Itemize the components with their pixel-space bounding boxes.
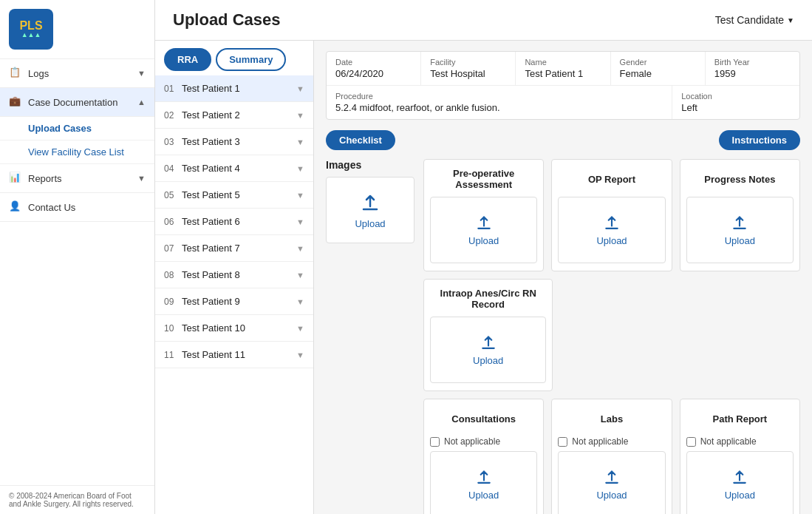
patient-num-3: 03 bbox=[164, 137, 177, 147]
patient-item-1[interactable]: 01 Test Patient 1 ▼ bbox=[155, 75, 313, 102]
sidebar-item-upload-cases[interactable]: Upload Cases bbox=[0, 117, 154, 141]
patient-chevron-7-icon: ▼ bbox=[296, 244, 304, 253]
images-upload-box[interactable]: Upload bbox=[326, 177, 414, 243]
birth-year-label: Birth Year bbox=[714, 58, 791, 67]
checklist-row-2: Intraop Anes/Circ RN Record Upload bbox=[423, 279, 800, 391]
logo-text: PLS bbox=[19, 19, 42, 33]
patient-num-2: 02 bbox=[164, 110, 177, 121]
patient-num-1: 01 bbox=[164, 84, 177, 94]
path-report-title: Path Report bbox=[686, 407, 794, 430]
tab-rra[interactable]: RRA bbox=[164, 48, 211, 71]
case-doc-chevron-icon: ▲ bbox=[137, 98, 146, 106]
patient-name-5: Test Patient 5 bbox=[182, 189, 296, 200]
intraop-upload-area: Upload bbox=[430, 317, 546, 383]
gender-cell: Gender Female bbox=[611, 52, 706, 85]
sidebar: PLS ▲▲▲ 📋 Logs ▼ 💼 Case Documentation ▲ … bbox=[0, 0, 155, 514]
case-doc-icon: 💼 bbox=[9, 95, 22, 109]
op-report-upload-box[interactable]: Upload bbox=[558, 197, 665, 263]
patient-item-5[interactable]: 05 Test Patient 5 ▼ bbox=[155, 182, 313, 209]
name-cell: Name Test Patient 1 bbox=[516, 52, 610, 85]
consultations-cell: Consultations Not applicable bbox=[423, 399, 544, 514]
checklist-header: Checklist Instructions bbox=[326, 130, 800, 150]
case-documentation-label: Case Documentation bbox=[28, 97, 137, 108]
footer-text: © 2008-2024 American Board of Foot and A… bbox=[0, 485, 154, 514]
patient-item-3[interactable]: 03 Test Patient 3 ▼ bbox=[155, 129, 313, 155]
consultations-upload-label: Upload bbox=[468, 490, 499, 501]
checklist-grid: Pre-operative Assessment Upload bbox=[423, 159, 800, 514]
logo: PLS ▲▲▲ bbox=[9, 9, 53, 50]
location-cell: Location Left bbox=[672, 86, 799, 119]
patient-num-7: 07 bbox=[164, 243, 177, 254]
facility-value: Test Hospital bbox=[430, 68, 506, 79]
sidebar-item-reports[interactable]: 📊 Reports ▼ bbox=[0, 164, 154, 193]
path-report-upload-box[interactable]: Upload bbox=[686, 451, 794, 514]
location-value: Left bbox=[681, 102, 791, 113]
labs-na-label: Not applicable bbox=[572, 436, 628, 447]
consultations-na-checkbox[interactable] bbox=[430, 437, 440, 447]
pre-op-upload-label: Upload bbox=[468, 235, 499, 246]
patient-num-5: 05 bbox=[164, 190, 177, 200]
labs-na-checkbox[interactable] bbox=[558, 437, 567, 447]
intraop-title: Intraop Anes/Circ RN Record bbox=[430, 287, 546, 311]
facility-cell: Facility Test Hospital bbox=[421, 52, 516, 85]
patient-item-2[interactable]: 02 Test Patient 2 ▼ bbox=[155, 102, 313, 129]
sidebar-item-logs[interactable]: 📋 Logs ▼ bbox=[0, 59, 154, 88]
patient-item-11[interactable]: 11 Test Patient 11 ▼ bbox=[155, 342, 313, 368]
user-name: Test Candidate bbox=[715, 14, 784, 26]
detail-panel: Date 06/24/2020 Facility Test Hospital N… bbox=[314, 41, 812, 514]
patient-name-10: Test Patient 10 bbox=[182, 322, 296, 334]
pre-op-upload-box[interactable]: Upload bbox=[430, 197, 537, 263]
progress-notes-upload-label: Upload bbox=[725, 235, 755, 246]
path-report-upload-area: Upload bbox=[686, 451, 794, 514]
patient-item-4[interactable]: 04 Test Patient 4 ▼ bbox=[155, 155, 313, 182]
patient-item-6[interactable]: 06 Test Patient 6 ▼ bbox=[155, 209, 313, 235]
patient-num-11: 11 bbox=[164, 350, 177, 360]
consultations-upload-box[interactable]: Upload bbox=[430, 451, 537, 514]
patient-chevron-1-icon: ▼ bbox=[296, 84, 304, 93]
progress-notes-cell: Progress Notes Upload bbox=[680, 159, 800, 271]
sidebar-item-view-facility[interactable]: View Facility Case List bbox=[0, 141, 154, 164]
patient-chevron-9-icon: ▼ bbox=[296, 297, 304, 306]
patient-num-8: 08 bbox=[164, 270, 177, 280]
tab-summary[interactable]: Summary bbox=[216, 48, 286, 71]
labs-upload-area: Upload bbox=[558, 451, 665, 514]
labs-cell: Labs Not applicable bbox=[551, 399, 672, 514]
procedure-cell: Procedure 5.2.4 midfoot, rearfoot, or an… bbox=[327, 86, 672, 119]
gender-value: Female bbox=[620, 68, 696, 79]
checklist-button[interactable]: Checklist bbox=[326, 130, 395, 150]
checklist-row-3: Consultations Not applicable bbox=[423, 399, 800, 514]
main-content: Upload Cases Test Candidate ▼ RRA Summar… bbox=[155, 0, 812, 514]
user-dropdown[interactable]: Test Candidate ▼ bbox=[715, 14, 794, 26]
logo-subtext: ▲▲▲ bbox=[19, 32, 42, 39]
patient-name-8: Test Patient 8 bbox=[182, 269, 296, 280]
patient-item-7[interactable]: 07 Test Patient 7 ▼ bbox=[155, 235, 313, 262]
patient-name-1: Test Patient 1 bbox=[182, 83, 296, 94]
pre-op-upload-area: Upload bbox=[430, 197, 537, 263]
instructions-button[interactable]: Instructions bbox=[719, 130, 800, 150]
patient-num-9: 09 bbox=[164, 297, 177, 307]
pre-op-cell: Pre-operative Assessment Upload bbox=[423, 159, 544, 271]
path-report-na-checkbox[interactable] bbox=[686, 437, 696, 447]
reports-label: Reports bbox=[28, 173, 137, 184]
intraop-upload-box[interactable]: Upload bbox=[430, 317, 546, 383]
sidebar-item-contact-us[interactable]: 👤 Contact Us bbox=[0, 193, 154, 222]
patient-chevron-8-icon: ▼ bbox=[296, 271, 304, 280]
procedure-value: 5.2.4 midfoot, rearfoot, or ankle fusion… bbox=[335, 102, 663, 113]
path-report-upload-label: Upload bbox=[725, 490, 755, 501]
date-cell: Date 06/24/2020 bbox=[327, 52, 421, 85]
patient-item-8[interactable]: 08 Test Patient 8 ▼ bbox=[155, 262, 313, 288]
patient-item-10[interactable]: 10 Test Patient 10 ▼ bbox=[155, 315, 313, 342]
page-title: Upload Cases bbox=[173, 10, 281, 30]
patient-name-7: Test Patient 7 bbox=[182, 243, 296, 254]
sidebar-item-case-documentation[interactable]: 💼 Case Documentation ▲ bbox=[0, 88, 154, 117]
op-report-title: OP Report bbox=[558, 167, 665, 191]
images-upload-label: Upload bbox=[355, 218, 385, 229]
birth-year-value: 1959 bbox=[714, 68, 791, 79]
patient-name-9: Test Patient 9 bbox=[182, 296, 296, 307]
labs-upload-box[interactable]: Upload bbox=[558, 451, 665, 514]
patient-num-6: 06 bbox=[164, 217, 177, 227]
consultations-upload-area: Upload bbox=[430, 451, 537, 514]
patient-item-9[interactable]: 09 Test Patient 9 ▼ bbox=[155, 288, 313, 315]
progress-notes-upload-area: Upload bbox=[686, 197, 794, 263]
progress-notes-upload-box[interactable]: Upload bbox=[686, 197, 794, 263]
